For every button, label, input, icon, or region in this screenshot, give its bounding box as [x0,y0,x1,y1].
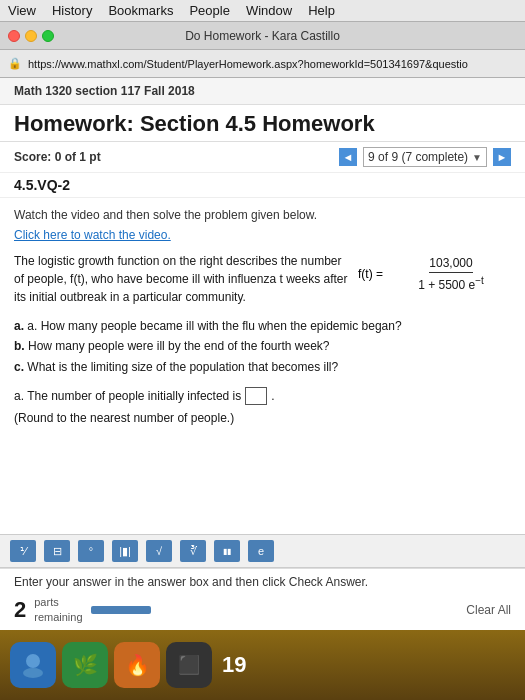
problem-text: The logistic growth function on the righ… [14,252,348,306]
prev-question-button[interactable]: ◄ [339,148,357,166]
url-text[interactable]: https://www.mathxl.com/Student/PlayerHom… [28,58,517,70]
bottom-bar: Enter your answer in the answer box and … [0,568,525,630]
menu-bookmarks[interactable]: Bookmarks [108,3,173,18]
math-toolbar: ⅟ ⊟ ° |▮| √ ∛ ▮▮ e [0,534,525,568]
menu-view[interactable]: View [8,3,36,18]
menu-bar: View History Bookmarks People Window Hel… [0,0,525,22]
answer-area: a. The number of people initially infect… [14,387,511,405]
maximize-button[interactable] [42,30,54,42]
questions-list: a. a. How many people became ill with th… [14,316,511,377]
clear-all-button[interactable]: Clear All [466,603,511,617]
title-bar: Do Homework - Kara Castillo [0,22,525,50]
problem-id: 4.5.VQ-2 [0,173,525,198]
math-btn-ellipsis[interactable]: ▮▮ [214,540,240,562]
parts-left: 2 parts remaining [14,595,151,624]
round-note: (Round to the nearest number of people.) [14,411,511,425]
window-title: Do Homework - Kara Castillo [185,29,340,43]
taskbar-icon-finder[interactable] [10,642,56,688]
formula-exponent: −t [475,275,484,286]
math-btn-cbrt[interactable]: ∛ [180,540,206,562]
formula-label: f(t) = [358,267,383,281]
course-header: Math 1320 section 117 Fall 2018 [0,78,525,105]
next-question-button[interactable]: ► [493,148,511,166]
formula-numerator: 103,000 [429,256,472,273]
menu-history[interactable]: History [52,3,92,18]
formula-box: 103,000 1 + 5500 e−t [391,256,511,292]
question-c: c. What is the limiting size of the popu… [14,357,511,377]
address-bar: 🔒 https://www.mathxl.com/Student/PlayerH… [0,50,525,78]
parts-number: 2 [14,597,26,623]
math-btn-degree[interactable]: ° [78,540,104,562]
taskbar-icon-app2[interactable]: 🌿 [62,642,108,688]
bottom-instructions: Enter your answer in the answer box and … [14,575,511,589]
math-btn-abs[interactable]: |▮| [112,540,138,562]
question-b: b. How many people were ill by the end o… [14,336,511,356]
menu-window[interactable]: Window [246,3,292,18]
taskbar: 🌿 🔥 ⬛ 19 [0,630,525,700]
formula-denominator: 1 + 5500 e−t [418,275,484,292]
page-title: Homework: Section 4.5 Homework [14,111,511,137]
svg-point-1 [23,668,43,678]
course-name: Math 1320 section 117 Fall 2018 [14,84,195,98]
math-btn-fraction[interactable]: ⅟ [10,540,36,562]
close-button[interactable] [8,30,20,42]
parts-label: parts remaining [34,595,82,624]
dropdown-arrow-icon: ▼ [472,152,482,163]
parts-progress-bar [91,606,151,614]
taskbar-icon-app3[interactable]: 🔥 [114,642,160,688]
nav-progress-text: 9 of 9 (7 complete) [368,150,468,164]
page-header: Homework: Section 4.5 Homework [0,105,525,142]
question-a: a. a. How many people became ill with th… [14,316,511,336]
parts-row: 2 parts remaining Clear All [14,595,511,624]
lock-icon: 🔒 [8,57,22,70]
answer-prefix: a. The number of people initially infect… [14,389,241,403]
question-nav-dropdown[interactable]: 9 of 9 (7 complete) ▼ [363,147,487,167]
menu-people[interactable]: People [189,3,229,18]
math-btn-sqrt[interactable]: √ [146,540,172,562]
taskbar-date-block: 19 [218,650,250,680]
menu-help[interactable]: Help [308,3,335,18]
main-content: Watch the video and then solve the probl… [0,198,525,534]
problem-description: The logistic growth function on the righ… [14,252,511,306]
watch-instruction: Watch the video and then solve the probl… [14,208,511,222]
video-link[interactable]: Click here to watch the video. [14,228,511,242]
taskbar-icon-app4[interactable]: ⬛ [166,642,212,688]
score-text: Score: 0 of 1 pt [14,150,101,164]
math-btn-e[interactable]: e [248,540,274,562]
nav-controls: ◄ 9 of 9 (7 complete) ▼ ► [339,147,511,167]
math-btn-mixed[interactable]: ⊟ [44,540,70,562]
answer-input-box[interactable] [245,387,267,405]
answer-suffix: . [271,389,274,403]
browser-content: Math 1320 section 117 Fall 2018 Homework… [0,78,525,630]
svg-point-0 [26,654,40,668]
taskbar-date-number: 19 [222,654,246,676]
window-controls [8,30,54,42]
minimize-button[interactable] [25,30,37,42]
score-bar: Score: 0 of 1 pt ◄ 9 of 9 (7 complete) ▼… [0,142,525,173]
